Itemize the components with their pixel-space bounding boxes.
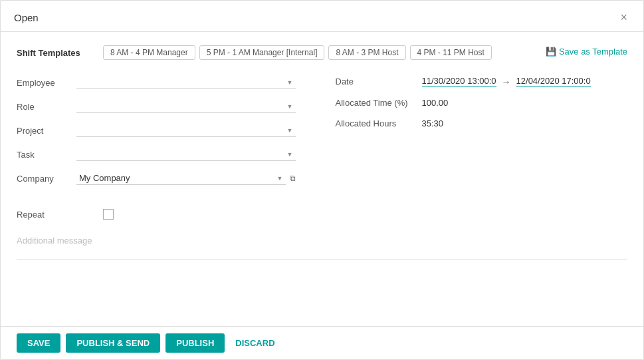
project-row: Project	[17, 124, 296, 137]
role-select-wrapper	[76, 100, 296, 113]
shift-templates-section: Shift Templates 8 AM - 4 PM Manager 5 PM…	[17, 45, 627, 60]
template-badge-3[interactable]: 8 AM - 3 PM Host	[328, 45, 405, 60]
date-start[interactable]: 11/30/2020 13:00:0	[422, 76, 496, 87]
divider	[17, 259, 627, 260]
task-label: Task	[17, 150, 76, 160]
project-select-wrapper	[76, 124, 296, 137]
company-row: Company My Company ⧉	[17, 172, 296, 185]
employee-label: Employee	[17, 78, 76, 88]
templates-row: 8 AM - 4 PM Manager 5 PM - 1 AM Manager …	[103, 45, 546, 60]
employee-select[interactable]	[76, 76, 296, 89]
allocated-time-label: Allocated Time (%)	[336, 98, 422, 108]
allocated-time-value: 100.00	[422, 98, 628, 108]
repeat-label: Repeat	[17, 210, 103, 220]
template-badge-1[interactable]: 8 AM - 4 PM Manager	[103, 45, 195, 60]
allocated-hours-row: Allocated Hours 35:30	[336, 118, 628, 128]
company-select-wrapper: My Company	[76, 172, 286, 185]
role-row: Role	[17, 100, 296, 113]
templates-wrapper: 8 AM - 4 PM Manager 5 PM - 1 AM Manager …	[103, 45, 627, 60]
additional-message[interactable]: Additional message	[17, 233, 627, 248]
dialog-body: Shift Templates 8 AM - 4 PM Manager 5 PM…	[1, 32, 643, 326]
dialog-header: Open ×	[1, 1, 643, 32]
project-select[interactable]	[76, 124, 296, 137]
repeat-checkbox[interactable]	[103, 209, 114, 220]
role-select[interactable]	[76, 100, 296, 113]
project-label: Project	[17, 126, 76, 136]
save-template-button[interactable]: 💾 Save as Template	[546, 45, 627, 57]
date-row: Date 11/30/2020 13:00:0 → 12/04/2020 17:…	[336, 76, 628, 87]
allocated-hours-value: 35:30	[422, 118, 628, 128]
dialog-title: Open	[14, 12, 39, 23]
form-right: Date 11/30/2020 13:00:0 → 12/04/2020 17:…	[322, 76, 628, 196]
dialog: Open × Shift Templates 8 AM - 4 PM Manag…	[0, 0, 644, 360]
allocated-hours-label: Allocated Hours	[336, 118, 422, 128]
allocated-time-row: Allocated Time (%) 100.00	[336, 98, 628, 108]
task-select-wrapper	[76, 148, 296, 161]
task-row: Task	[17, 148, 296, 161]
template-badge-4[interactable]: 4 PM - 11 PM Host	[410, 45, 492, 60]
repeat-section: Repeat	[17, 209, 627, 220]
company-label: Company	[17, 174, 76, 184]
publish-send-button[interactable]: PUBLISH & SEND	[66, 333, 160, 353]
close-button[interactable]: ×	[617, 10, 630, 25]
discard-button[interactable]: DISCARD	[230, 333, 280, 353]
save-button[interactable]: SAVE	[17, 333, 60, 353]
save-template-label: Save as Template	[559, 47, 627, 57]
external-link-icon[interactable]: ⧉	[290, 174, 296, 183]
role-label: Role	[17, 102, 76, 112]
shift-templates-label: Shift Templates	[17, 45, 103, 58]
form-grid: Employee Role Pr	[17, 76, 627, 196]
form-left: Employee Role Pr	[17, 76, 322, 196]
publish-button[interactable]: PUBLISH	[165, 333, 225, 353]
date-end[interactable]: 12/04/2020 17:00:0	[516, 76, 591, 87]
employee-row: Employee	[17, 76, 296, 89]
arrow-icon: →	[502, 77, 511, 87]
save-icon: 💾	[546, 47, 556, 57]
company-select-group: My Company ⧉	[76, 172, 296, 185]
employee-select-wrapper	[76, 76, 296, 89]
date-label: Date	[336, 77, 422, 87]
dialog-footer: SAVE PUBLISH & SEND PUBLISH DISCARD	[1, 326, 643, 359]
date-value-group: 11/30/2020 13:00:0 → 12/04/2020 17:00:0	[422, 76, 591, 87]
company-select[interactable]: My Company	[76, 172, 286, 185]
task-select[interactable]	[76, 148, 296, 161]
template-badge-2[interactable]: 5 PM - 1 AM Manager [Internal]	[199, 45, 325, 60]
